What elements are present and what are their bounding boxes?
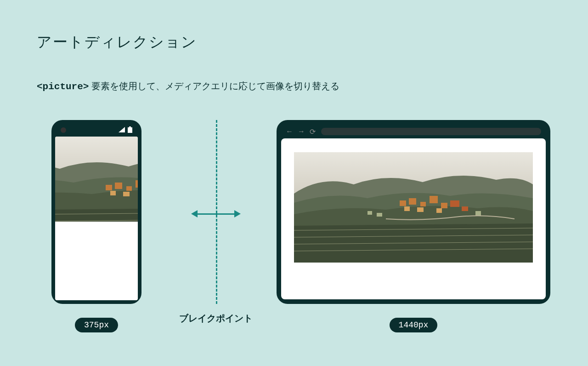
svg-rect-23 (462, 206, 468, 211)
code-element: <picture> (37, 81, 89, 92)
breakpoint-column: ブレイクポイント (156, 120, 276, 318)
browser-toolbar: ← → ⟳ (281, 125, 546, 138)
svg-rect-21 (436, 208, 442, 213)
desktop-width-badge: 1440px (390, 318, 438, 332)
arrow-left-icon (191, 210, 198, 217)
mobile-device-frame (51, 120, 141, 304)
mobile-statusbar (55, 124, 138, 137)
url-bar (321, 128, 541, 135)
subtitle: <picture> 要素を使用して、メディアクエリに応じて画像を切り替える (37, 80, 551, 92)
desktop-column: ← → ⟳ (276, 120, 551, 332)
svg-rect-5 (126, 186, 132, 191)
svg-rect-20 (417, 207, 424, 212)
svg-rect-15 (409, 198, 416, 205)
mobile-width-badge: 375px (75, 318, 118, 332)
subtitle-text: 要素を使用して、メディアクエリに応じて画像を切り替える (89, 81, 339, 91)
mobile-screen (55, 137, 138, 300)
arrow-bar (198, 213, 234, 215)
svg-rect-17 (430, 196, 438, 203)
signal-icon (119, 126, 125, 134)
svg-rect-4 (115, 183, 122, 189)
battery-icon (128, 126, 132, 134)
browser-nav: ← → ⟳ (286, 127, 316, 136)
diagram-layout: 375px ブレイクポイント ← → ⟳ (37, 120, 551, 332)
breakpoint-arrow (191, 210, 241, 217)
camera-dot-icon (61, 127, 66, 133)
svg-rect-18 (441, 203, 447, 208)
desktop-label-row: 1440px (390, 318, 438, 332)
mobile-label-row: 375px (75, 318, 118, 332)
reload-icon: ⟳ (310, 127, 316, 136)
arrow-right-icon (234, 210, 241, 217)
svg-rect-16 (420, 202, 426, 206)
svg-rect-19 (404, 206, 410, 211)
page-title: アートディレクション (37, 32, 551, 52)
browser-frame: ← → ⟳ (277, 120, 550, 304)
desktop-wide-image (294, 152, 533, 263)
svg-rect-1 (129, 126, 131, 127)
svg-rect-8 (110, 191, 116, 195)
breakpoint-label: ブレイクポイント (179, 312, 253, 325)
svg-rect-22 (450, 200, 459, 207)
svg-rect-0 (128, 127, 132, 133)
back-icon: ← (286, 127, 293, 136)
svg-rect-25 (377, 213, 382, 217)
svg-rect-24 (368, 211, 372, 215)
svg-rect-9 (123, 192, 130, 196)
svg-rect-6 (136, 180, 138, 188)
browser-viewport (281, 138, 546, 299)
mobile-column: 375px (37, 120, 156, 332)
status-icons (119, 126, 132, 134)
mobile-cropped-image (55, 137, 138, 222)
svg-rect-26 (475, 211, 481, 216)
svg-rect-14 (400, 200, 406, 206)
forward-icon: → (298, 127, 305, 136)
svg-rect-3 (106, 185, 112, 190)
